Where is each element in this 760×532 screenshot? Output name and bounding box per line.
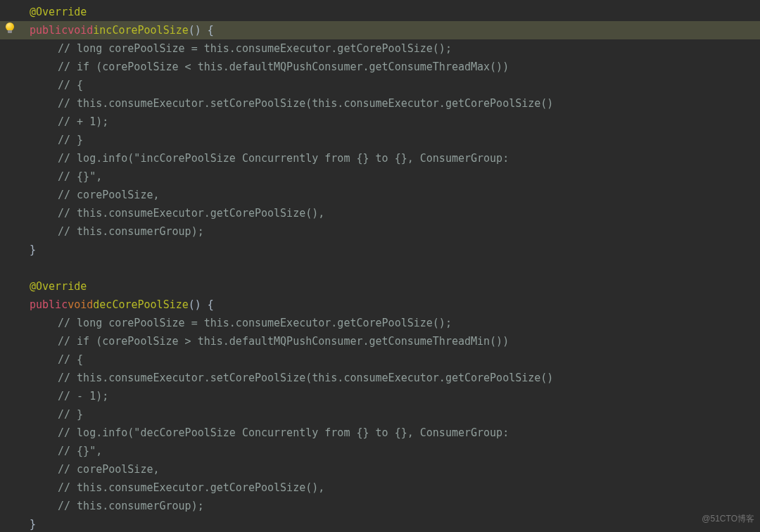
- code-token-punct: }: [30, 241, 36, 259]
- code-token-comment: // this.consumeExecutor.setCorePoolSize(…: [58, 369, 553, 387]
- code-token-comment: // if (corePoolSize > this.defaultMQPush…: [58, 332, 509, 350]
- code-line[interactable]: public void decCorePoolSize() {: [0, 296, 760, 314]
- code-line[interactable]: [0, 259, 760, 277]
- code-token-comment: // log.info("incCorePoolSize Concurrentl…: [58, 149, 509, 167]
- watermark: @51CTO博客: [702, 509, 754, 528]
- code-token-annotation: @Override: [30, 3, 87, 21]
- code-token-comment: // long corePoolSize = this.consumeExecu…: [58, 314, 452, 332]
- code-line[interactable]: // long corePoolSize = this.consumeExecu…: [0, 39, 760, 58]
- code-line[interactable]: // long corePoolSize = this.consumeExecu…: [0, 314, 760, 332]
- code-token-comment: // if (corePoolSize < this.defaultMQPush…: [58, 58, 509, 76]
- code-token-comment: // {}",: [58, 167, 102, 186]
- code-line[interactable]: // corePoolSize,: [0, 460, 760, 479]
- code-token-comment: // corePoolSize,: [58, 186, 160, 204]
- code-token-type: void: [68, 296, 93, 314]
- code-token-comment: // + 1);: [58, 113, 108, 131]
- code-token-punct: () {: [189, 21, 214, 39]
- code-line[interactable]: public void incCorePoolSize() {: [0, 21, 760, 39]
- code-token-comment: // long corePoolSize = this.consumeExecu…: [58, 39, 452, 58]
- code-line[interactable]: // this.consumerGroup);: [0, 222, 760, 241]
- code-token-comment: // }: [58, 405, 83, 424]
- code-line[interactable]: // {: [0, 350, 760, 369]
- code-line[interactable]: // this.consumeExecutor.getCorePoolSize(…: [0, 204, 760, 222]
- code-line[interactable]: // corePoolSize,: [0, 186, 760, 204]
- code-line[interactable]: // }: [0, 131, 760, 149]
- code-line[interactable]: // {}",: [0, 167, 760, 186]
- code-line[interactable]: // log.info("decCorePoolSize Concurrentl…: [0, 424, 760, 442]
- code-token-comment: // {}",: [58, 442, 102, 460]
- code-line[interactable]: // - 1);: [0, 387, 760, 405]
- code-token-keyword: public: [30, 296, 68, 314]
- code-line[interactable]: // + 1);: [0, 113, 760, 131]
- code-token-method: incCorePoolSize: [93, 21, 188, 39]
- code-token-keyword: void: [68, 21, 93, 39]
- code-token-comment: // this.consumerGroup);: [58, 222, 204, 241]
- code-token-comment: // this.consumerGroup);: [58, 497, 204, 515]
- code-token-annotation: @Override: [30, 277, 87, 296]
- code-token-comment: // log.info("decCorePoolSize Concurrentl…: [58, 424, 509, 442]
- code-line[interactable]: // }: [0, 405, 760, 424]
- code-line[interactable]: // if (corePoolSize < this.defaultMQPush…: [0, 58, 760, 76]
- code-token-comment: // {: [58, 350, 83, 369]
- code-line[interactable]: @Override: [0, 3, 760, 21]
- code-token-comment: // {: [58, 76, 83, 94]
- code-token-punct: }: [30, 515, 36, 532]
- code-line[interactable]: // if (corePoolSize > this.defaultMQPush…: [0, 332, 760, 350]
- code-line[interactable]: // {: [0, 76, 760, 94]
- code-token-comment: // this.consumeExecutor.setCorePoolSize(…: [58, 94, 553, 113]
- code-token-keyword: public: [30, 21, 68, 39]
- code-line[interactable]: // this.consumeExecutor.setCorePoolSize(…: [0, 369, 760, 387]
- code-token-comment: // this.consumeExecutor.getCorePoolSize(…: [58, 204, 324, 222]
- code-token-comment: // }: [58, 131, 83, 149]
- code-token-comment: // corePoolSize,: [58, 460, 160, 479]
- code-line[interactable]: // log.info("incCorePoolSize Concurrentl…: [0, 149, 760, 167]
- code-token-punct: () {: [189, 296, 214, 314]
- code-line[interactable]: // this.consumerGroup);: [0, 497, 760, 515]
- code-line[interactable]: }: [0, 241, 760, 259]
- lightbulb-icon[interactable]: [4, 23, 17, 35]
- code-line[interactable]: // this.consumeExecutor.getCorePoolSize(…: [0, 479, 760, 497]
- code-token-comment: // - 1);: [58, 387, 108, 405]
- code-line[interactable]: }: [0, 515, 760, 532]
- code-line[interactable]: // {}",: [0, 442, 760, 460]
- code-token-method: decCorePoolSize: [93, 296, 188, 314]
- code-editor[interactable]: @Overridepublic void incCorePoolSize() {…: [0, 0, 760, 532]
- code-token-comment: // this.consumeExecutor.getCorePoolSize(…: [58, 479, 324, 497]
- code-line[interactable]: @Override: [0, 277, 760, 296]
- code-line[interactable]: // this.consumeExecutor.setCorePoolSize(…: [0, 94, 760, 113]
